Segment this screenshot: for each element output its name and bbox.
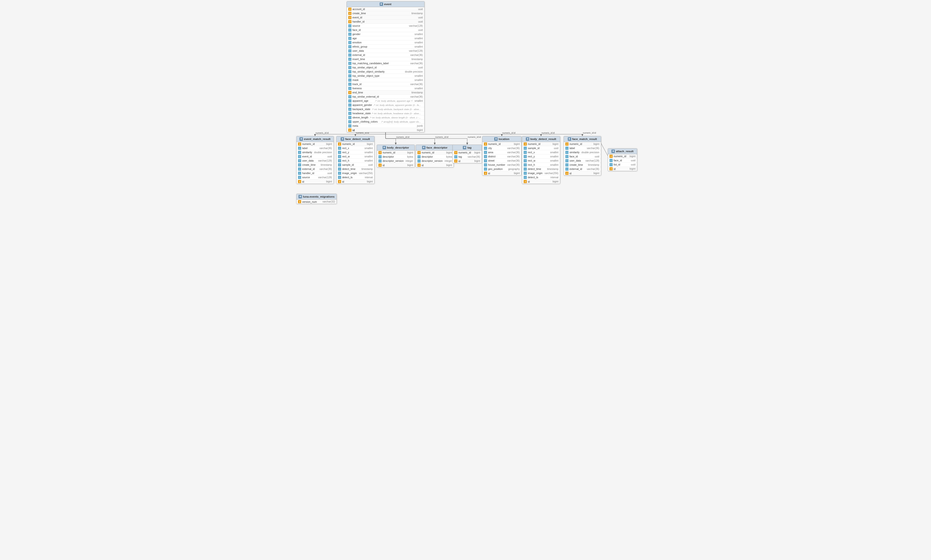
col-type: smallint <box>365 151 373 154</box>
table-icon-tag: ⊞ <box>463 146 466 149</box>
table-row: ⚷idbigint <box>522 180 560 184</box>
col-name: numeric_id <box>528 142 551 145</box>
table-row: ▪detect_tsinterval <box>337 175 374 180</box>
col-icon: ▪ <box>348 66 351 69</box>
col-type: varchar(128) <box>585 159 599 162</box>
col-type: uuid <box>554 147 559 149</box>
col-name: numeric_id <box>302 142 324 145</box>
col-name: sample_id <box>528 147 552 149</box>
col-icon: ▪ <box>524 159 527 162</box>
col-type: smallint <box>414 75 423 77</box>
col-name: mask <box>352 78 412 82</box>
col-name: face_id <box>569 155 593 158</box>
col-type: bigint <box>407 151 413 154</box>
table-row: ▪sourcevarchar(128) <box>347 24 424 28</box>
table-row: ▪detect_tsinterval <box>522 175 560 180</box>
table-title-tag: tag <box>467 146 471 149</box>
col-icon: ▪ <box>484 151 487 154</box>
pk-icon: ⚷ <box>484 142 487 146</box>
col-icon: ▪ <box>298 159 301 162</box>
pk-icon: ⚷ <box>524 180 527 183</box>
table-row: ▪rect_xsmallint <box>337 146 374 150</box>
col-icon: ▪ <box>298 163 301 166</box>
col-type: varchar(256) <box>545 172 559 175</box>
table-header-face_detect_result: ⊞face_detect_result <box>337 136 374 142</box>
col-name: detect_ts <box>528 176 549 179</box>
col-type: varchar(128) <box>318 176 332 179</box>
col-type: double precision <box>314 151 332 154</box>
col-icon: ▪ <box>338 168 341 171</box>
col-type: varchar(36) <box>410 83 423 86</box>
table-row: ⚷numeric_idbigint <box>377 151 414 155</box>
col-type: smallint <box>365 159 373 162</box>
table-row: ▪descriptor_versioninteger <box>377 159 414 163</box>
col-type: uuid <box>631 163 636 166</box>
col-type: timestamp <box>362 168 373 171</box>
table-row: ▪rect_ysmallint <box>337 150 374 154</box>
col-icon: ▪ <box>298 147 301 150</box>
col-name: id <box>614 168 628 171</box>
pk-icon: ⚷ <box>348 20 351 23</box>
col-name: id <box>342 180 365 183</box>
table-row: ▪backpack_state/* int: body attribute, b… <box>347 107 424 111</box>
col-icon: ▪ <box>348 108 351 111</box>
col-type: smallint <box>414 79 423 82</box>
col-name: detect_ts <box>342 176 363 179</box>
table-row: ▪face_iduuid <box>564 154 601 158</box>
table-header-location: ⊞location <box>482 136 521 142</box>
col-type: timestamp <box>547 168 559 171</box>
col-name: user_data <box>569 159 583 162</box>
table-row: ▪agesmallint <box>347 36 424 40</box>
svg-marker-3 <box>354 134 356 136</box>
table-header-body_detect_result: ⊞body_detect_result <box>522 136 560 142</box>
table-event_match_result: ⊞event_match_result⚷numeric_idbigint▪lab… <box>296 136 334 184</box>
col-name: event_id <box>302 155 325 158</box>
table-face_match_result: ⊞face_match_result⚷numeric_idbigint▪labe… <box>563 136 601 175</box>
col-type: bigint <box>474 151 480 154</box>
col-icon: ▪ <box>484 155 487 158</box>
col-type: uuid <box>418 29 423 31</box>
table-row: ▪sourcevarchar(128) <box>297 175 334 180</box>
col-type: bigint <box>446 151 452 154</box>
col-name: meta <box>352 124 415 127</box>
table-row: ▪sleeve_length/* int: body attribute, sl… <box>347 115 424 120</box>
col-type: interval <box>551 176 559 179</box>
col-type: varchar(256) <box>359 172 373 175</box>
svg-marker-13 <box>540 134 542 136</box>
col-icon: ▪ <box>338 155 341 158</box>
svg-text:numeric_id:id: numeric_id:id <box>396 136 409 138</box>
col-type: bytea <box>407 155 413 158</box>
table-icon-attach_result: ⊞ <box>611 149 615 153</box>
table-row: ▪list_iduuid <box>608 163 637 167</box>
table-row: ⚷numeric_idbigint <box>337 142 374 146</box>
pk-icon: ⚷ <box>298 200 301 203</box>
col-name: detect_time <box>528 168 545 171</box>
col-type: varchar(36) <box>587 168 599 171</box>
col-icon: ▪ <box>524 168 527 171</box>
col-name: descriptor_version <box>383 159 404 162</box>
col-name: numeric_id <box>488 142 512 145</box>
col-name: create_time <box>569 163 586 166</box>
pk-icon: ⚷ <box>417 163 421 167</box>
col-icon: ▪ <box>524 147 527 150</box>
col-comment: /* int: body attribute, headwear state (… <box>372 112 421 115</box>
table-row: ▪labelvarchar(36) <box>297 146 334 150</box>
table-icon-face_descriptor: ⊞ <box>422 146 426 149</box>
table-row: ⚷idbigint <box>564 171 601 175</box>
table-row: ▪handler_iduuid <box>297 171 334 175</box>
col-type: varchar(36) <box>507 159 520 162</box>
col-icon: ▪ <box>348 78 351 82</box>
col-name: numeric_id <box>459 151 472 154</box>
table-row: ⚷idbigint <box>416 163 454 167</box>
table-row: ⚷numeric_idbigint <box>297 142 334 146</box>
table-row: ▪apparent_age/* int: body attribute, app… <box>347 99 424 103</box>
table-body_descriptor: ⊞body_descriptor⚷numeric_idbigint▪descri… <box>377 145 415 168</box>
svg-marker-11 <box>501 134 503 136</box>
table-header-face_descriptor: ⊞face_descriptor <box>416 145 454 151</box>
table-title-location: location <box>499 138 509 140</box>
pk-icon: ⚷ <box>348 91 351 94</box>
col-name: create_time <box>352 12 409 15</box>
col-type: smallint <box>414 41 423 44</box>
table-row: ▪image_originvarchar(256) <box>522 171 560 175</box>
table-row: ▪external_idvarchar(36) <box>297 167 334 171</box>
